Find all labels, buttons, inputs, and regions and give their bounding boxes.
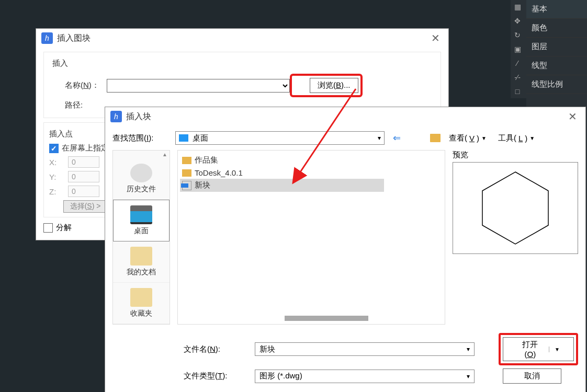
places-mydocs[interactable]: 我的文档 [113,241,170,283]
places-history[interactable]: 历史文件 [113,158,170,200]
close-icon[interactable]: ✕ [428,32,443,44]
places-desktop[interactable]: 桌面 [113,200,170,241]
block-name-select[interactable] [107,79,290,93]
folder-icon [130,288,152,307]
insert-label: 插入 [49,56,435,71]
chevron-down-icon[interactable]: ▼ [549,347,560,352]
y-label: Y: [49,172,64,181]
dialog2-titlebar[interactable]: h 插入块 ✕ [105,107,585,126]
chevron-down-icon: ▾ [467,345,470,353]
places-favorites[interactable]: 收藏夹 [113,283,170,324]
grid-icon[interactable]: ▦ [511,0,524,14]
close-icon[interactable]: ✕ [565,110,580,123]
file-list[interactable]: 作品集 ToDesk_4.0.1 新块 [177,150,445,325]
chevron-down-icon: ▾ [378,134,381,142]
view-menu[interactable]: 查看(V) ▼ [446,132,490,144]
panel-item-color[interactable]: 颜色 [526,19,587,38]
folder-icon [182,157,191,164]
preview-box [453,162,578,254]
desktop-icon [130,205,152,224]
svg-marker-0 [482,172,548,244]
folder-icon [430,134,441,142]
list-item[interactable]: 作品集 [180,154,443,167]
history-icon [130,164,152,182]
panel-item-layer[interactable]: 图层 [526,38,587,56]
panel-header[interactable]: 基本 [526,0,587,19]
panel-item-linetype[interactable]: 线型 [526,56,587,75]
scrollbar[interactable] [285,316,368,321]
decompose-checkbox[interactable] [43,223,53,233]
open-button[interactable]: 打开(O) ▼ [503,337,574,361]
vertical-toolbar: ▦ ✥ ↻ ▣ ⁄ -⁄- □ [511,0,526,98]
lookin-select[interactable]: 桌面 ▾ [175,131,385,145]
box-icon[interactable]: □ [511,85,524,98]
filetype-select[interactable]: 图形 (*.dwg) ▾ [255,370,475,383]
export-icon[interactable]: ▣ [511,42,524,56]
folder-icon [130,247,152,266]
dash-icon[interactable]: -⁄- [511,71,524,84]
tools-menu[interactable]: 工具(L) ▼ [495,132,538,144]
list-item[interactable]: ToDesk_4.0.1 [180,167,443,179]
preview-hexagon [473,169,557,247]
move-icon[interactable]: ✥ [511,14,524,28]
app-icon: h [41,32,53,44]
lookin-label: 查找范围(I): [112,133,170,143]
z-label: Z: [49,187,64,196]
browse-button[interactable]: 浏览(B)... [310,78,358,93]
file-open-dialog: h 插入块 ✕ 查找范围(I): 桌面 ▾ ⇐ 查看(V) ▼ 工具(L) ▼ [105,107,586,392]
dialog1-titlebar[interactable]: h 插入图块 ✕ [36,29,448,48]
name-label: 名称(N)： [49,80,107,90]
onscreen-checkbox[interactable]: ✓ [49,144,59,153]
dialog1-title: 插入图块 [57,33,91,44]
places-sidebar: ▲ 历史文件 桌面 我的文档 收藏夹 [112,150,170,325]
back-icon[interactable]: ⇐ [390,132,404,144]
browse-highlight: 浏览(B)... [290,74,363,97]
x-label: X: [49,158,64,167]
filename-label: 文件名(N): [184,344,246,354]
preview-label: 预览 [453,150,578,160]
select-point-button[interactable]: 选择(S) > [63,200,108,213]
filetype-label: 文件类型(T): [184,371,246,381]
desktop-icon [179,134,188,142]
chevron-down-icon: ▼ [529,135,535,141]
z-input[interactable] [68,186,99,197]
preview-pane: 预览 [453,150,578,325]
x-input[interactable] [68,156,99,168]
app-icon: h [110,111,122,122]
folder-icon [182,169,191,177]
dwg-icon [182,181,191,190]
slash-icon[interactable]: ⁄ [511,56,524,70]
chevron-down-icon: ▼ [481,135,487,141]
list-item-selected[interactable]: 新块 [180,179,384,192]
y-input[interactable] [68,171,99,182]
onscreen-label: 在屏幕上指定 [62,143,109,153]
decompose-label: 分解 [56,223,72,233]
rotate-icon[interactable]: ↻ [511,28,524,42]
panel-item-linescale[interactable]: 线型比例 [526,75,587,94]
path-label: 路径: [49,100,107,110]
dialog2-title: 插入块 [126,111,151,122]
filename-select[interactable]: 新块 ▾ [255,342,475,356]
chevron-down-icon: ▾ [467,373,470,380]
cancel-button[interactable]: 取消 [503,368,561,384]
open-highlight: 打开(O) ▼ [499,333,578,365]
